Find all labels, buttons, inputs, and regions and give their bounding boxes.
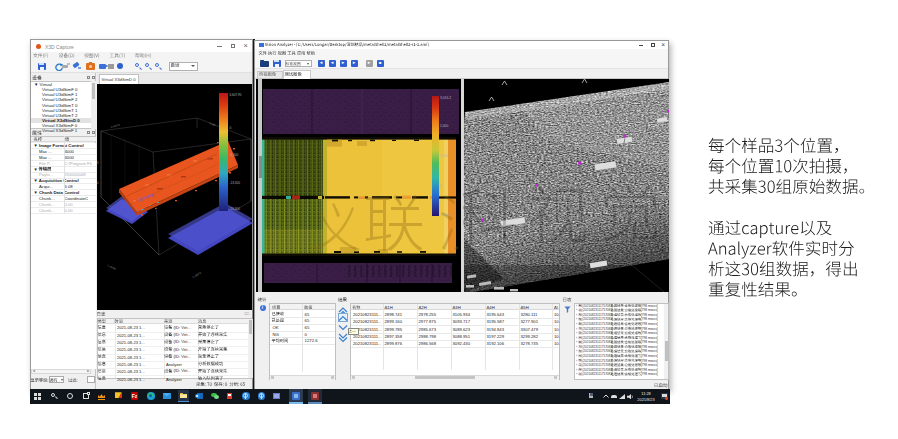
svg-text:4 x3075: 4 x3075 — [110, 123, 120, 129]
svg-text:6,607.95: 6,607.95 — [230, 93, 242, 97]
svg-text:1 x3075: 1 x3075 — [107, 263, 118, 271]
svg-text:2,000: 2,000 — [440, 124, 448, 128]
svg-text:4: 4 — [97, 181, 99, 185]
svg-text:1 x3075: 1 x3075 — [192, 271, 203, 279]
svg-text:-1,000: -1,000 — [440, 213, 450, 217]
svg-text:8: 8 — [97, 161, 99, 165]
svg-text:-20,300: -20,300 — [230, 207, 241, 211]
svg-text:0: 0 — [230, 126, 232, 130]
svg-text:-13,300: -13,300 — [230, 181, 241, 185]
svg-text:0: 0 — [440, 184, 442, 188]
svg-text:3 x30: 3 x30 — [209, 121, 217, 127]
svg-text:3,016.2: 3,016.2 — [440, 96, 451, 100]
svg-text:-6,300: -6,300 — [230, 153, 239, 157]
svg-text:1,000: 1,000 — [440, 154, 448, 158]
